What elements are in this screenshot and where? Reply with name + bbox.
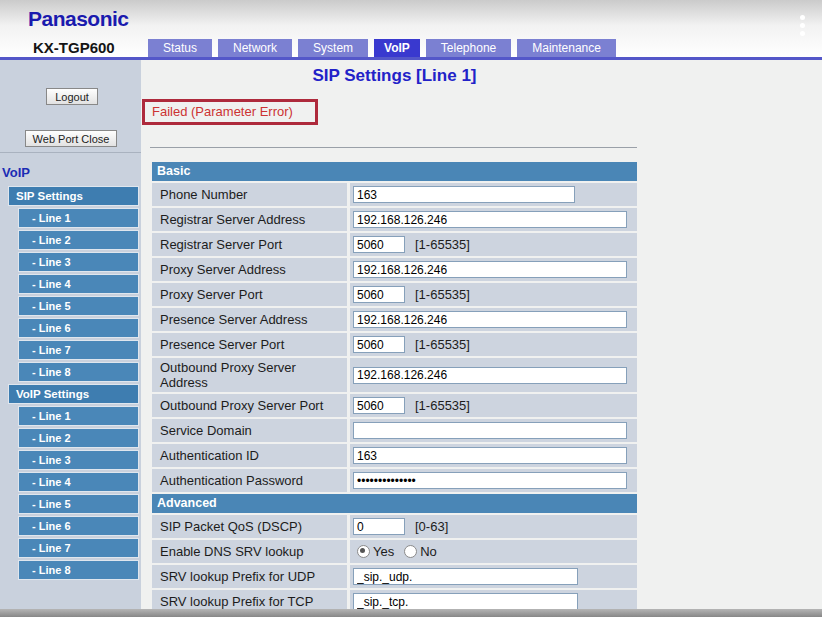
sidebar-divider [0, 152, 141, 153]
field-value-cell: [1-65535] [350, 394, 637, 417]
range-hint: [0-63] [415, 519, 448, 534]
field-value-cell: [0-63] [350, 515, 637, 538]
sidebar-item-sip-settings-line-4[interactable]: - Line 4 [18, 274, 139, 294]
field-label: Outbound Proxy Server Address [152, 358, 347, 392]
phone-number-input[interactable] [353, 186, 575, 203]
range-hint: [1-65535] [415, 398, 470, 413]
sidebar-menu: SIP Settings- Line 1- Line 2- Line 3- Li… [0, 186, 141, 582]
field-label: Registrar Server Address [152, 208, 347, 231]
field-label: SIP Packet QoS (DSCP) [152, 515, 347, 538]
proxy-server-port-input[interactable] [353, 286, 405, 303]
kebab-menu-icon[interactable] [798, 15, 806, 39]
form-row: Presence Server Address [152, 308, 637, 331]
tab-network[interactable]: Network [218, 39, 292, 57]
field-value-cell [350, 183, 637, 206]
tab-status[interactable]: Status [148, 39, 212, 57]
sidebar-item-sip-settings-line-6[interactable]: - Line 6 [18, 318, 139, 338]
section-header-advanced: Advanced [152, 494, 637, 513]
sidebar-section-voip-settings[interactable]: VoIP Settings [8, 384, 139, 404]
tab-maintenance[interactable]: Maintenance [517, 39, 616, 57]
form-row: Phone Number [152, 183, 637, 206]
form-row: Registrar Server Port[1-65535] [152, 233, 637, 256]
radio-label-yes[interactable]: Yes [373, 544, 394, 559]
srv-lookup-prefix-for-tcp-input[interactable] [353, 593, 578, 610]
bottom-bar [0, 609, 822, 617]
field-label: Authentication ID [152, 444, 347, 467]
field-value-cell [350, 308, 637, 331]
registrar-server-port-input[interactable] [353, 236, 405, 253]
sidebar-item-voip-settings-line-5[interactable]: - Line 5 [18, 494, 139, 514]
section-header-basic: Basic [152, 162, 637, 181]
field-value-cell [350, 208, 637, 231]
presence-server-address-input[interactable] [353, 311, 627, 328]
range-hint: [1-65535] [415, 287, 470, 302]
sidebar-section-sip-settings[interactable]: SIP Settings [8, 186, 139, 206]
field-value-cell [350, 419, 637, 442]
field-value-cell [350, 565, 637, 588]
field-label: Phone Number [152, 183, 347, 206]
field-label: Proxy Server Port [152, 283, 347, 306]
form-row: SIP Packet QoS (DSCP)[0-63] [152, 515, 637, 538]
sidebar-section-title: VoIP [2, 165, 30, 180]
sip-packet-qos-dscp-input[interactable] [353, 518, 405, 535]
form-row: Presence Server Port[1-65535] [152, 333, 637, 356]
form-row: Registrar Server Address [152, 208, 637, 231]
logout-button[interactable]: Logout [46, 88, 98, 105]
field-label: SRV lookup Prefix for UDP [152, 565, 347, 588]
form-row: Proxy Server Port[1-65535] [152, 283, 637, 306]
field-label: Authentication Password [152, 469, 347, 492]
radio-label-no[interactable]: No [420, 544, 437, 559]
srv-lookup-prefix-for-udp-input[interactable] [353, 568, 578, 585]
field-value-cell [350, 258, 637, 281]
outbound-proxy-server-port-input[interactable] [353, 397, 405, 414]
enable-dns-srv-lookup-radio-no[interactable] [404, 545, 417, 558]
registrar-server-address-input[interactable] [353, 211, 627, 228]
form-row: Proxy Server Address [152, 258, 637, 281]
sidebar-item-sip-settings-line-8[interactable]: - Line 8 [18, 362, 139, 382]
field-label: Enable DNS SRV lookup [152, 540, 347, 563]
field-label: Service Domain [152, 419, 347, 442]
tab-system[interactable]: System [298, 39, 368, 57]
web-port-close-button[interactable]: Web Port Close [25, 130, 117, 147]
sidebar-item-sip-settings-line-5[interactable]: - Line 5 [18, 296, 139, 316]
sidebar-item-voip-settings-line-1[interactable]: - Line 1 [18, 406, 139, 426]
authentication-password-input[interactable] [353, 472, 627, 489]
field-label: Outbound Proxy Server Port [152, 394, 347, 417]
field-value-cell: [1-65535] [350, 283, 637, 306]
sidebar-item-voip-settings-line-2[interactable]: - Line 2 [18, 428, 139, 448]
page-title: SIP Settings [Line 1] [141, 66, 648, 86]
sidebar-item-sip-settings-line-7[interactable]: - Line 7 [18, 340, 139, 360]
field-value-cell: YesNo [350, 540, 637, 563]
proxy-server-address-input[interactable] [353, 261, 627, 278]
enable-dns-srv-lookup-radio-yes[interactable] [357, 545, 370, 558]
tab-telephone[interactable]: Telephone [426, 39, 511, 57]
outbound-proxy-server-address-input[interactable] [353, 367, 627, 384]
presence-server-port-input[interactable] [353, 336, 405, 353]
sidebar-item-voip-settings-line-3[interactable]: - Line 3 [18, 450, 139, 470]
app-header: Panasonic KX-TGP600 StatusNetworkSystemV… [0, 0, 822, 57]
main-tab-bar: StatusNetworkSystemVoIPTelephoneMaintena… [148, 39, 616, 57]
sidebar-item-sip-settings-line-2[interactable]: - Line 2 [18, 230, 139, 250]
field-value-cell [350, 469, 637, 492]
sidebar-item-sip-settings-line-3[interactable]: - Line 3 [18, 252, 139, 272]
sidebar: Logout Web Port Close VoIP SIP Settings-… [0, 60, 141, 610]
form-row: Service Domain [152, 419, 637, 442]
sidebar-item-sip-settings-line-1[interactable]: - Line 1 [18, 208, 139, 228]
form-row: SRV lookup Prefix for UDP [152, 565, 637, 588]
range-hint: [1-65535] [415, 237, 470, 252]
form-row: Authentication ID [152, 444, 637, 467]
form-row: Authentication Password [152, 469, 637, 492]
field-label: Proxy Server Address [152, 258, 347, 281]
service-domain-input[interactable] [353, 422, 627, 439]
sidebar-item-voip-settings-line-4[interactable]: - Line 4 [18, 472, 139, 492]
sidebar-item-voip-settings-line-6[interactable]: - Line 6 [18, 516, 139, 536]
authentication-id-input[interactable] [353, 447, 627, 464]
error-message: Failed (Parameter Error) [142, 99, 318, 125]
field-value-cell [350, 444, 637, 467]
tab-voip[interactable]: VoIP [374, 39, 420, 57]
range-hint: [1-65535] [415, 337, 470, 352]
sidebar-item-voip-settings-line-7[interactable]: - Line 7 [18, 538, 139, 558]
sidebar-item-voip-settings-line-8[interactable]: - Line 8 [18, 560, 139, 580]
field-label: Registrar Server Port [152, 233, 347, 256]
form-row: Outbound Proxy Server Port[1-65535] [152, 394, 637, 417]
